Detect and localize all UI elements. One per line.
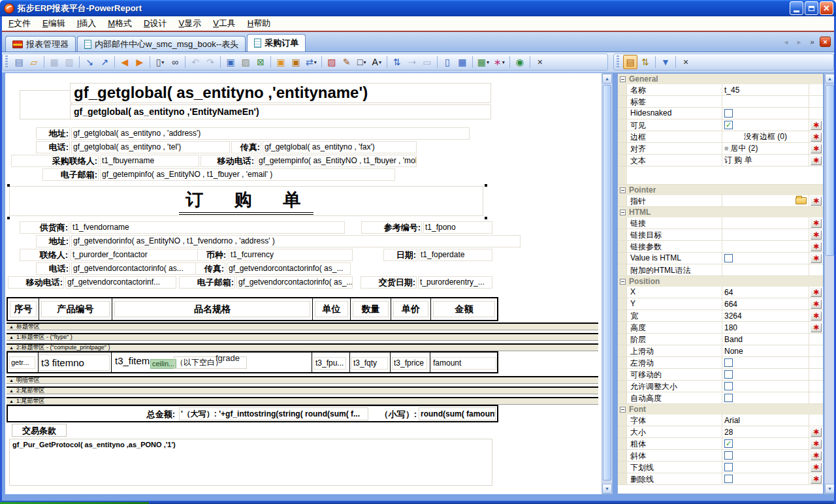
property-value[interactable] [722, 253, 809, 264]
property-row[interactable]: Y 664 ∗ [618, 298, 823, 310]
property-row[interactable]: 边框 没有边框 (0) ∗ [618, 131, 823, 143]
checkbox[interactable] [724, 382, 733, 390]
preview-icon[interactable]: ▯ [440, 55, 455, 69]
checkbox[interactable] [724, 451, 733, 460]
table-header-cell[interactable]: 单价 [391, 298, 431, 320]
property-row[interactable]: 允许调整大小 [618, 381, 823, 392]
doc-title-text[interactable]: 订 购 单 [179, 188, 314, 215]
property-value[interactable] [722, 357, 809, 368]
property-row[interactable]: 可移动的 [618, 369, 823, 381]
field-value[interactable]: gf_getglobal( as_entityno , 'fax') [263, 141, 417, 153]
expression-button[interactable]: ∗ [811, 230, 822, 240]
property-row[interactable]: 链接目标 ∗ [618, 229, 823, 241]
expression-button[interactable]: ∗ [811, 121, 822, 130]
scroll-thumb[interactable] [826, 85, 834, 256]
field-value[interactable]: '（大写）: '+gf_inttostring(string( round(su… [179, 407, 368, 420]
expression-button[interactable]: ∗ [811, 300, 822, 309]
property-value[interactable] [722, 241, 809, 252]
property-row[interactable]: 名称 t_45 [618, 84, 823, 96]
tab[interactable]: 采购订单 [247, 34, 306, 52]
tab[interactable]: 报表管理器 [5, 36, 76, 52]
band-bar[interactable]: ▲ 标题带区 [7, 323, 598, 330]
minimize-button[interactable] [790, 1, 803, 15]
collapse-icon[interactable] [620, 210, 626, 215]
property-value[interactable]: t_45 [722, 84, 809, 95]
property-row[interactable]: 文本 订 购 单 ∗ [618, 155, 823, 166]
doc-title-box[interactable]: 订 购 单 [9, 186, 483, 216]
property-value[interactable]: 664 [722, 298, 809, 309]
scroll-tabs-left-icon[interactable]: ◂ [780, 37, 792, 47]
property-row[interactable]: X 64 ∗ [618, 287, 823, 298]
paste-icon[interactable]: ▨ [238, 55, 253, 69]
selection-handle[interactable] [485, 217, 487, 219]
canvas-vertical-scrollbar[interactable] [602, 73, 613, 494]
detail-field[interactable]: t3_fpu... [314, 357, 346, 370]
property-row[interactable]: Value is HTML ∗ [618, 253, 823, 264]
terms-label[interactable]: 交易条款 [12, 424, 67, 437]
property-value[interactable] [722, 108, 809, 119]
field-label[interactable]: 电话: [36, 141, 70, 153]
bring-front-icon[interactable]: ▣ [274, 55, 288, 69]
export-icon[interactable]: ↗ [97, 55, 112, 69]
expression-button[interactable]: ∗ [811, 475, 822, 484]
redo-icon[interactable]: ↷ [203, 55, 217, 69]
restore-button[interactable] [805, 1, 818, 15]
undo-icon[interactable]: ↶ [188, 55, 202, 69]
property-row[interactable]: 上滑动 None [618, 345, 823, 357]
expression-button[interactable]: ∗ [811, 133, 822, 142]
band-collapse-icon[interactable]: ▲ [9, 399, 14, 403]
field-label[interactable]: 联络人: [20, 249, 69, 261]
table-header-cell[interactable]: 金额 [431, 298, 497, 320]
menu-item[interactable]: F文件 [3, 16, 37, 31]
field-value[interactable]: gf_getvendorcontactorinf... [65, 276, 176, 289]
field-value[interactable]: gf_getglobal( as_entityno , 'tel') [71, 141, 230, 153]
field-value[interactable]: gf_getglobal( as_entityno , 'address') [71, 127, 470, 140]
expression-button[interactable]: ∗ [811, 254, 822, 263]
report-design-canvas[interactable]: gf_getglobal( as_entityno ,'entityname')… [5, 73, 602, 494]
property-value[interactable] [722, 195, 809, 206]
property-row[interactable]: 删除线 ∗ [618, 473, 823, 485]
close-tab-icon[interactable]: × [820, 37, 831, 47]
property-row[interactable]: 字体 Arial [618, 415, 823, 426]
checkbox[interactable]: ✓ [724, 439, 733, 448]
field-value[interactable]: t1_fvendorname [71, 221, 345, 234]
checkbox[interactable] [724, 370, 733, 379]
checkbox[interactable]: ✓ [724, 121, 733, 129]
detail-field[interactable]: getr... [9, 356, 35, 369]
menu-item[interactable]: M格式 [102, 16, 138, 31]
table-header-cell[interactable]: 单位 [313, 298, 351, 320]
collapse-icon[interactable] [620, 187, 626, 193]
field-value[interactable]: gf_getvendorcontactorinfo( as_... [236, 276, 353, 289]
expression-button[interactable]: ∗ [811, 463, 822, 472]
expression-button[interactable]: ∗ [811, 439, 822, 449]
toolbar-grip[interactable] [5, 55, 8, 69]
expression-button[interactable]: ∗ [811, 156, 822, 165]
toolbar-grip[interactable] [617, 55, 619, 69]
menu-item[interactable]: H帮助 [242, 16, 276, 31]
property-row[interactable]: Hidesnaked [618, 108, 823, 119]
property-row[interactable]: 附加的HTML语法 [618, 264, 823, 276]
font-color-icon[interactable]: A ▾ [370, 55, 384, 69]
selection-handle[interactable] [7, 217, 10, 219]
filter-icon[interactable]: ▼ [658, 55, 673, 69]
selection-handle[interactable] [7, 184, 10, 187]
menu-item[interactable]: E编辑 [37, 16, 71, 31]
close-button[interactable] [820, 1, 833, 15]
expression-button[interactable]: ∗ [811, 144, 822, 153]
property-value[interactable]: 订 购 单 [722, 155, 809, 166]
scroll-up-icon[interactable] [825, 74, 835, 84]
folder-icon[interactable] [796, 197, 807, 204]
band-collapse-icon[interactable]: ▲ [9, 345, 14, 350]
property-value[interactable] [722, 450, 809, 461]
scroll-thumb[interactable] [603, 85, 611, 480]
change-order-icon[interactable]: ⇄ ▾ [304, 55, 319, 69]
field-value[interactable]: t_purorder_fcontactor [71, 249, 201, 261]
menu-item[interactable]: V工具 [207, 16, 242, 31]
field-label[interactable]: 参考编号: [361, 221, 422, 234]
copy-icon[interactable]: ▣ [223, 55, 238, 69]
import-icon[interactable]: ↘ [82, 55, 97, 69]
detail-field[interactable]: t3_fprice [392, 357, 427, 370]
property-row[interactable]: 大小 28 ∗ [618, 426, 823, 438]
detail-field[interactable]: famount [431, 357, 496, 370]
field-label[interactable]: 移动电话: [201, 155, 255, 167]
